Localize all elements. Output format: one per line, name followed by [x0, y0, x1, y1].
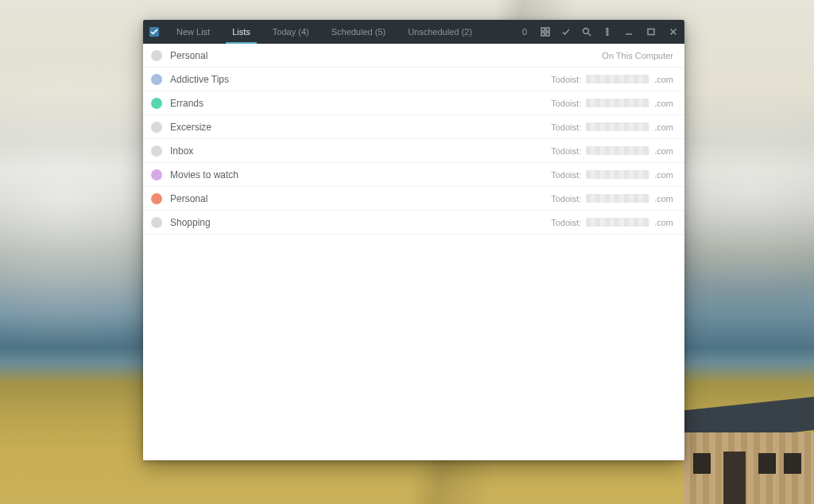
list-color-dot: [151, 217, 162, 228]
list-row[interactable]: InboxTodoist:.com: [143, 139, 684, 163]
list-name: Movies to watch: [170, 169, 238, 180]
list-name: Personal: [170, 193, 207, 204]
redacted-text: [586, 146, 649, 155]
lists-container: PersonalOn This ComputerAddictive TipsTo…: [143, 44, 684, 460]
list-source: Todoist:.com: [551, 218, 673, 227]
list-source-suffix: .com: [654, 170, 673, 180]
list-name: Excersize: [170, 122, 211, 133]
svg-rect-4: [546, 33, 549, 36]
list-row[interactable]: ExcersizeTodoist:.com: [143, 115, 684, 139]
list-source-prefix: Todoist:: [551, 194, 581, 204]
check-icon[interactable]: [556, 20, 576, 44]
list-name: Inbox: [170, 145, 193, 157]
list-source-suffix: .com: [654, 122, 673, 132]
list-source: Todoist:.com: [551, 170, 673, 180]
list-source-suffix: .com: [654, 194, 673, 204]
app-logo-icon: [143, 20, 165, 44]
window-minimize-button[interactable]: [618, 20, 640, 44]
list-row[interactable]: Movies to watchTodoist:.com: [143, 163, 684, 187]
list-row[interactable]: PersonalTodoist:.com: [143, 187, 684, 211]
list-source: On This Computer: [602, 51, 673, 60]
list-color-dot: [151, 50, 162, 61]
new-list-button[interactable]: New List: [165, 20, 221, 44]
list-color-dot: [151, 169, 162, 180]
list-source-prefix: Todoist:: [551, 146, 581, 156]
svg-rect-1: [541, 28, 545, 31]
header-tools: 0: [514, 20, 684, 44]
list-row[interactable]: ShoppingTodoist:.com: [143, 211, 684, 235]
more-menu-icon[interactable]: [597, 20, 618, 44]
tab-scheduled[interactable]: Scheduled (5): [320, 20, 397, 44]
list-name: Addictive Tips: [170, 74, 229, 85]
list-name: Errands: [170, 98, 204, 109]
grid-view-icon[interactable]: [535, 20, 556, 44]
svg-point-8: [607, 34, 608, 36]
list-source-suffix: .com: [654, 218, 673, 227]
tab-unscheduled[interactable]: Unscheduled (2): [397, 20, 483, 44]
list-row[interactable]: Addictive TipsTodoist:.com: [143, 68, 684, 91]
list-source-suffix: .com: [654, 146, 673, 156]
tab-lists[interactable]: Lists: [221, 20, 262, 44]
search-icon[interactable]: [576, 20, 597, 44]
list-row[interactable]: ErrandsTodoist:.com: [143, 91, 684, 115]
wallpaper-cabin: [679, 356, 814, 499]
app-header: New List ListsToday (4)Scheduled (5)Unsc…: [143, 20, 684, 44]
list-color-dot: [151, 98, 162, 109]
tab-today[interactable]: Today (4): [262, 20, 320, 44]
svg-rect-9: [648, 29, 654, 35]
redacted-text: [586, 170, 649, 179]
window-maximize-button[interactable]: [640, 20, 662, 44]
svg-rect-3: [541, 33, 545, 36]
list-color-dot: [151, 122, 162, 133]
list-source-suffix: .com: [654, 75, 673, 84]
redacted-text: [586, 218, 649, 227]
svg-point-5: [583, 29, 589, 34]
list-name: Personal: [170, 50, 207, 61]
list-color-dot: [151, 193, 162, 204]
svg-point-6: [607, 29, 608, 30]
list-source-suffix: On This Computer: [602, 51, 673, 60]
list-source: Todoist:.com: [551, 146, 673, 156]
list-color-dot: [151, 74, 162, 85]
list-name: Shopping: [170, 217, 211, 228]
redacted-text: [586, 122, 649, 131]
list-source: Todoist:.com: [551, 122, 673, 132]
list-source-prefix: Todoist:: [551, 122, 581, 132]
redacted-text: [586, 194, 649, 203]
list-source-prefix: Todoist:: [551, 99, 581, 108]
list-color-dot: [151, 145, 162, 157]
todo-app-window: New List ListsToday (4)Scheduled (5)Unsc…: [143, 20, 684, 460]
list-source-suffix: .com: [654, 99, 673, 108]
window-close-button[interactable]: [662, 20, 684, 44]
svg-rect-2: [546, 28, 549, 31]
list-source: Todoist:.com: [551, 75, 673, 84]
list-row[interactable]: PersonalOn This Computer: [143, 44, 684, 68]
header-tabs: New List ListsToday (4)Scheduled (5)Unsc…: [165, 20, 483, 44]
svg-point-7: [607, 31, 608, 33]
list-source: Todoist:.com: [551, 194, 673, 204]
list-source-prefix: Todoist:: [551, 218, 581, 227]
list-source: Todoist:.com: [551, 99, 673, 108]
count-badge[interactable]: 0: [514, 20, 535, 44]
redacted-text: [586, 99, 649, 107]
list-source-prefix: Todoist:: [551, 75, 581, 84]
redacted-text: [586, 75, 649, 83]
list-source-prefix: Todoist:: [551, 170, 581, 180]
